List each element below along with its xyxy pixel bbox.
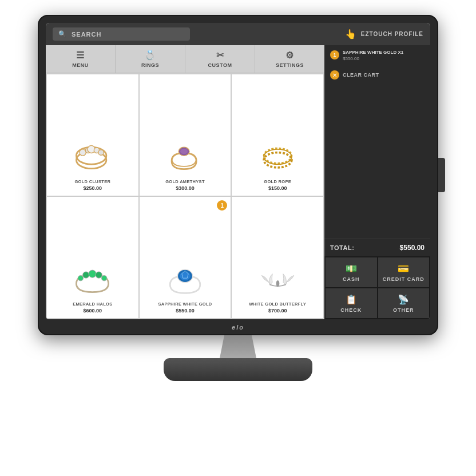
clear-cart-icon: ✕ [330,70,339,80]
product-card-2[interactable]: GOLD AMETHYST $300.00 [140,74,231,196]
product-price-2: $300.00 [176,185,195,191]
product-img-5 [162,259,208,299]
search-icon: 🔍 [58,30,67,38]
search-label: SEARCH [72,31,101,38]
cart-item-info: SAPPHIRE WHITE GOLD X1 $550.00 [343,50,425,61]
check-icon: 📋 [346,294,357,305]
svg-point-17 [96,272,102,278]
svg-point-22 [276,280,279,287]
clear-cart-label: CLEAR CART [343,72,379,78]
tab-rings-label: RINGS [141,62,159,68]
product-price-4: $600.00 [84,308,102,314]
credit-label: CREDIT CARD [383,276,425,282]
monitor-bezel: 🔍 SEARCH 👆 EZTOUCH PROFILE ☰ MENU [38,15,438,335]
svg-point-15 [83,272,89,278]
main-content: ☰ MENU 💍 RINGS ✂ CUSTOM ⚙ [46,45,430,319]
svg-point-20 [180,272,191,280]
rings-icon: 💍 [144,50,156,61]
credit-icon: 💳 [398,263,409,274]
tab-menu-label: MENU [72,62,89,68]
product-card-1[interactable]: GOLD CLUSTER $250.00 [47,74,138,196]
product-badge-5: 1 [217,200,227,211]
tab-settings-label: SETTINGS [276,62,304,68]
top-bar: 🔍 SEARCH 👆 EZTOUCH PROFILE [46,23,430,45]
svg-point-13 [264,149,292,164]
ez-profile-label: EZTOUCH PROFILE [361,31,423,37]
other-icon: 📡 [398,294,409,305]
product-img-6 [255,259,300,299]
cart-item-name: SAPPHIRE WHITE GOLD X1 [343,50,425,55]
tab-settings[interactable]: ⚙ SETTINGS [255,45,324,73]
cart-item: 1 SAPPHIRE WHITE GOLD X1 $550.00 [324,45,430,66]
ez-profile: 👆 EZTOUCH PROFILE [345,29,423,39]
menu-icon: ☰ [76,50,85,61]
total-label: TOTAL: [330,244,354,251]
cash-icon: 💵 [346,263,357,274]
product-price-6: $700.00 [268,308,287,314]
product-img-1 [70,137,116,177]
side-attachment [438,158,445,192]
total-amount: $550.00 [400,244,425,252]
svg-point-18 [102,275,107,280]
tab-custom-label: CUSTOM [208,62,232,68]
product-card-4[interactable]: EMERALD HALOS $600.00 [47,197,138,318]
product-card-3[interactable]: GOLD ROPE $150.00 [232,74,323,196]
svg-point-6 [98,150,104,155]
svg-point-2 [80,149,86,156]
product-price-3: $150.00 [268,185,287,191]
pay-credit-button[interactable]: 💳 CREDIT CARD [378,257,430,287]
elo-logo: elo [232,324,244,331]
pay-other-button[interactable]: 📡 OTHER [378,288,430,318]
nav-tabs: ☰ MENU 💍 RINGS ✂ CUSTOM ⚙ [46,45,324,73]
product-price-1: $250.00 [84,185,102,191]
product-img-2 [162,137,208,177]
stand-base [164,358,312,381]
product-name-1: GOLD CLUSTER [74,179,110,185]
product-name-4: EMERALD HALOS [73,302,112,307]
settings-icon: ⚙ [285,50,294,61]
clear-cart-button[interactable]: ✕ CLEAR CART [324,66,430,84]
tab-rings[interactable]: 💍 RINGS [116,45,185,73]
left-panel: ☰ MENU 💍 RINGS ✂ CUSTOM ⚙ [46,45,324,319]
product-img-3 [255,137,300,177]
other-label: OTHER [393,307,414,313]
svg-point-16 [89,270,96,277]
svg-point-11 [264,152,292,167]
stand-neck [215,335,261,358]
monitor: 🔍 SEARCH 👆 EZTOUCH PROFILE ☰ MENU [38,15,438,461]
screen: 🔍 SEARCH 👆 EZTOUCH PROFILE ☰ MENU [46,23,430,319]
custom-icon: ✂ [216,50,224,61]
product-card-5[interactable]: 1 SAPPHIRE WHITE GOLD $550.00 [140,197,231,318]
check-label: CHECK [340,307,362,313]
product-price-5: $550.00 [176,308,195,314]
touch-icon: 👆 [345,29,356,39]
search-box[interactable]: 🔍 SEARCH [53,27,190,41]
product-card-6[interactable]: WHITE GOLD BUTTERFLY $700.00 [232,197,323,318]
svg-point-14 [78,275,84,280]
tab-custom[interactable]: ✂ CUSTOM [185,45,255,73]
cart-spacer [324,84,430,239]
tab-menu[interactable]: ☰ MENU [46,45,116,73]
product-name-5: SAPPHIRE WHITE GOLD [158,302,212,307]
svg-point-8 [180,149,188,154]
product-name-2: GOLD AMETHYST [165,179,205,185]
cart-item-price: $550.00 [343,56,425,61]
cart-item-qty: 1 [330,50,339,60]
cash-label: CASH [343,276,360,282]
pay-cash-button[interactable]: 💵 CASH [326,257,377,287]
product-name-6: WHITE GOLD BUTTERFLY [249,302,306,307]
product-grid: GOLD CLUSTER $250.00 [46,73,324,319]
product-img-4 [70,259,116,299]
total-row: TOTAL: $550.00 [324,239,430,256]
right-panel: 1 SAPPHIRE WHITE GOLD X1 $550.00 ✕ CLEAR… [324,45,430,319]
elo-brand-label: elo [232,324,244,331]
payment-grid: 💵 CASH 💳 CREDIT CARD 📋 CHECK 📡 [324,256,430,319]
pay-check-button[interactable]: 📋 CHECK [326,288,377,318]
product-name-3: GOLD ROPE [264,179,291,185]
